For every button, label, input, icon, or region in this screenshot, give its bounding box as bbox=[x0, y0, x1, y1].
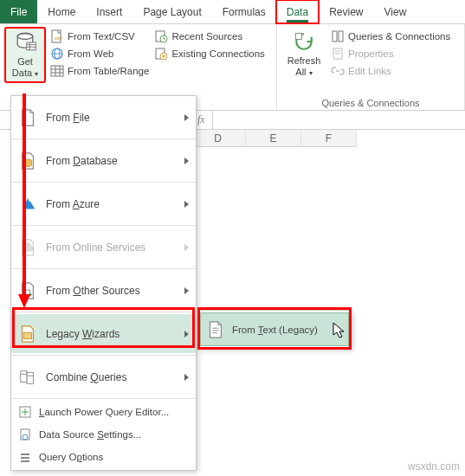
properties-button: Properties bbox=[331, 47, 450, 61]
svg-rect-31 bbox=[27, 372, 33, 383]
svg-text:csv: csv bbox=[55, 35, 62, 41]
submenu-from-text-legacy-label: From Text (Legacy) bbox=[232, 325, 318, 335]
globe-icon bbox=[50, 47, 64, 61]
svg-rect-11 bbox=[51, 66, 63, 76]
get-data-button[interactable]: Get Data ▾ bbox=[5, 28, 45, 82]
chevron-right-icon bbox=[184, 287, 189, 294]
menu-combine-queries-label: Combine Queries bbox=[46, 371, 184, 383]
menu-launch-power-query-editor[interactable]: Launch Power Query Editor... bbox=[11, 401, 196, 423]
combine-icon bbox=[18, 368, 37, 387]
svg-rect-39 bbox=[21, 460, 29, 462]
menu-from-file[interactable]: From File bbox=[11, 98, 196, 137]
menu-combine-queries[interactable]: Combine Queries bbox=[11, 357, 196, 396]
tab-home[interactable]: Home bbox=[37, 0, 86, 23]
menu-from-database[interactable]: From Database bbox=[11, 141, 196, 180]
refresh-icon bbox=[292, 29, 316, 54]
svg-rect-38 bbox=[21, 457, 29, 459]
from-text-csv-button[interactable]: csv From Text/CSV bbox=[50, 29, 149, 43]
chevron-right-icon bbox=[184, 114, 189, 121]
mouse-cursor-icon bbox=[333, 322, 346, 339]
col-F[interactable]: F bbox=[301, 130, 357, 147]
menu-from-other-sources[interactable]: From Other Sources bbox=[11, 271, 196, 310]
group-qc-title: Queries & Connections bbox=[282, 96, 459, 108]
column-headers: D E F bbox=[191, 130, 357, 147]
get-data-label1: Get bbox=[17, 56, 33, 68]
chevron-right-icon bbox=[184, 374, 189, 381]
from-web-button[interactable]: From Web bbox=[50, 47, 149, 61]
properties-icon bbox=[331, 47, 345, 61]
menu-from-database-label: From Database bbox=[46, 155, 184, 167]
edit-links-label: Edit Links bbox=[348, 66, 391, 76]
refresh-label2: All bbox=[295, 67, 306, 77]
col-E[interactable]: E bbox=[246, 130, 301, 147]
tab-page-layout[interactable]: Page Layout bbox=[132, 0, 211, 23]
recent-icon bbox=[154, 29, 168, 43]
svg-rect-20 bbox=[295, 33, 301, 39]
connections-icon bbox=[154, 47, 168, 61]
menu-data-source-settings[interactable]: Data Source Settings... bbox=[11, 423, 196, 446]
svg-rect-30 bbox=[21, 370, 27, 382]
get-data-menu: From File From Database From Azure From … bbox=[10, 95, 197, 471]
tab-view[interactable]: View bbox=[374, 0, 417, 23]
data-source-icon bbox=[18, 428, 32, 441]
existing-connections-label: Existing Connections bbox=[171, 48, 264, 59]
menu-from-azure-label: From Azure bbox=[46, 198, 184, 210]
menu-from-online-services-label: From Online Services bbox=[46, 241, 184, 254]
menu-dss-label: Data Source Settings... bbox=[39, 429, 189, 440]
chevron-right-icon bbox=[184, 201, 189, 208]
edit-links-icon bbox=[331, 64, 345, 78]
menu-query-options[interactable]: Query Options bbox=[11, 446, 196, 468]
from-table-range-button[interactable]: From Table/Range bbox=[50, 64, 149, 78]
svg-rect-22 bbox=[339, 31, 343, 42]
svg-rect-21 bbox=[333, 31, 337, 42]
properties-label: Properties bbox=[348, 48, 393, 59]
menu-legacy-wizards-label: Legacy Wizards bbox=[46, 328, 184, 340]
from-web-label: From Web bbox=[68, 48, 113, 59]
tab-data[interactable]: Data bbox=[276, 0, 319, 23]
edit-links-button: Edit Links bbox=[331, 64, 450, 78]
menu-query-options-label: Query Options bbox=[39, 452, 189, 462]
annotation-arrow-icon bbox=[16, 93, 32, 310]
menu-from-azure[interactable]: From Azure bbox=[11, 184, 196, 223]
svg-rect-29 bbox=[23, 332, 31, 338]
pq-editor-icon bbox=[18, 405, 32, 419]
svg-rect-2 bbox=[27, 42, 36, 50]
menu-from-online-services: From Online Services bbox=[11, 228, 196, 267]
chevron-right-icon bbox=[184, 158, 189, 164]
queries-icon bbox=[331, 29, 345, 43]
get-data-label2: Data bbox=[12, 68, 32, 78]
tab-review[interactable]: Review bbox=[319, 0, 373, 23]
ribbon-tabs: File Home Insert Page Layout Formulas Da… bbox=[0, 0, 465, 24]
tab-insert[interactable]: Insert bbox=[86, 0, 132, 23]
tab-file[interactable]: File bbox=[0, 0, 37, 23]
queries-connections-button[interactable]: Queries & Connections bbox=[331, 29, 450, 43]
existing-connections-button[interactable]: Existing Connections bbox=[154, 47, 264, 61]
svg-rect-37 bbox=[21, 453, 29, 455]
submenu-from-text-legacy[interactable]: From Text (Legacy) bbox=[200, 312, 349, 346]
from-text-csv-label: From Text/CSV bbox=[68, 31, 135, 42]
refresh-all-button[interactable]: Refresh All ▾ bbox=[282, 28, 326, 80]
refresh-label1: Refresh bbox=[287, 55, 321, 67]
table-icon bbox=[50, 64, 64, 78]
text-file-icon bbox=[206, 320, 225, 339]
from-table-range-label: From Table/Range bbox=[68, 66, 149, 76]
menu-from-other-sources-label: From Other Sources bbox=[46, 285, 184, 297]
tab-formulas[interactable]: Formulas bbox=[212, 0, 276, 23]
formula-input[interactable] bbox=[212, 111, 465, 129]
options-icon bbox=[18, 450, 32, 464]
legacy-file-icon bbox=[18, 325, 37, 344]
tab-data-label: Data bbox=[287, 6, 308, 18]
legacy-wizards-submenu: From Text (Legacy) bbox=[197, 310, 352, 349]
recent-sources-label: Recent Sources bbox=[171, 31, 242, 42]
chevron-right-icon bbox=[184, 331, 189, 338]
chevron-right-icon bbox=[184, 244, 189, 251]
text-file-icon: csv bbox=[50, 29, 64, 43]
col-D[interactable]: D bbox=[191, 130, 246, 147]
group-queries-connections: Refresh All ▾ Queries & Connections Prop… bbox=[277, 24, 465, 110]
menu-legacy-wizards[interactable]: Legacy Wizards bbox=[11, 314, 196, 353]
menu-from-file-label: From File bbox=[46, 112, 184, 124]
watermark: wsxdn.com bbox=[408, 460, 460, 473]
menu-launch-pqe-label: Launch Power Query Editor... bbox=[39, 407, 189, 417]
recent-sources-button[interactable]: Recent Sources bbox=[154, 29, 264, 43]
database-icon bbox=[13, 30, 37, 55]
